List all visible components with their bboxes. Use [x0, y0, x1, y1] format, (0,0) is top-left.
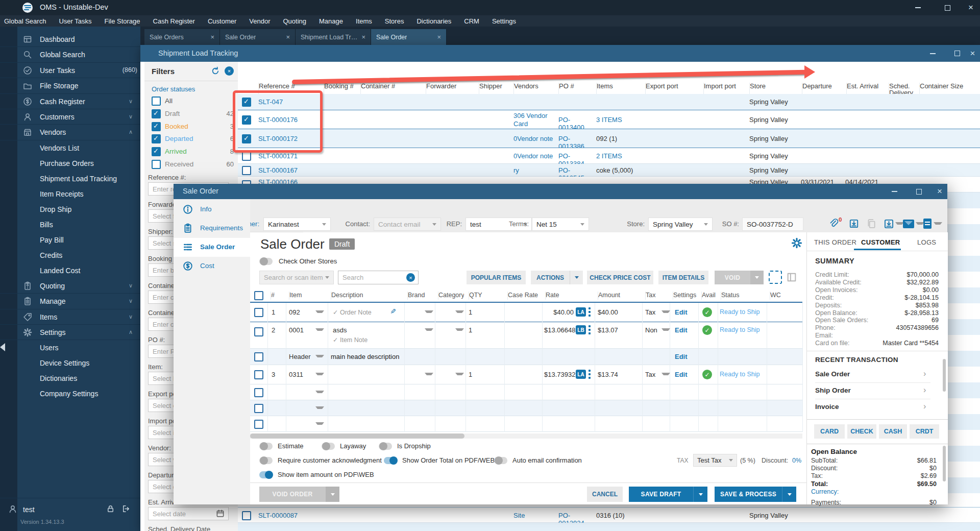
- check-other-stores-toggle[interactable]: [259, 258, 273, 265]
- recent-item-sale-order[interactable]: Sale Order: [815, 370, 892, 378]
- items-column-header-status[interactable]: Status: [721, 292, 765, 300]
- sidebar-item-pay-bill[interactable]: Pay Bill: [0, 232, 140, 248]
- kebab-menu-icon[interactable]: [588, 325, 591, 334]
- slt-minimize-button[interactable]: [921, 45, 944, 62]
- chevron-down-icon[interactable]: [315, 355, 324, 361]
- edit-link[interactable]: Edit: [675, 353, 695, 361]
- toolbar-button-popular-items[interactable]: POPULAR ITEMS: [467, 271, 526, 284]
- items-link[interactable]: 3 ITEMS: [596, 116, 643, 124]
- edit-link[interactable]: Edit: [675, 326, 695, 334]
- save-draft-button[interactable]: SAVE DRAFT: [629, 487, 693, 502]
- uom-badge[interactable]: LB: [576, 325, 586, 334]
- hscrollbar-thumb[interactable]: [250, 433, 464, 439]
- menubar-item-vendor[interactable]: Vendor: [249, 17, 270, 25]
- sidebar-item-vendors-list[interactable]: Vendors List: [0, 140, 140, 156]
- po-link[interactable]: PO-0012924: [558, 512, 594, 520]
- sidebar-collapse-arrow-icon[interactable]: [0, 343, 5, 351]
- column-header-shipper[interactable]: Shipper: [479, 83, 509, 94]
- tab-close-icon[interactable]: ×: [434, 33, 441, 41]
- sidebar-item-purchase-orders[interactable]: Purchase Orders: [0, 156, 140, 171]
- items-column-header-rate[interactable]: Rate: [545, 292, 593, 300]
- save-process-caret[interactable]: [782, 487, 796, 502]
- chevron-down-icon[interactable]: [315, 422, 324, 429]
- contact-combo[interactable]: Contact email: [374, 218, 441, 231]
- chevron-down-icon[interactable]: [455, 310, 464, 317]
- toolbar-button-caret[interactable]: [570, 271, 583, 284]
- pay-button-crdt[interactable]: CRDT: [910, 424, 939, 439]
- sidebar-item-company-settings[interactable]: Company Settings: [0, 386, 140, 401]
- status-filter-draft[interactable]: ✓Draft42: [152, 109, 236, 119]
- modal-maximize-button[interactable]: [908, 184, 930, 199]
- tab-shipment-load-trac--2[interactable]: Shipment Load Trac...×: [296, 29, 371, 45]
- tab-close-icon[interactable]: ×: [207, 33, 214, 41]
- export-document-icon[interactable]: [923, 219, 932, 229]
- sidebar-item-manage[interactable]: Manage∨: [0, 294, 140, 309]
- toolbar-button-check-price-cost[interactable]: CHECK PRICE COST: [587, 271, 653, 284]
- tab-sale-order-3[interactable]: Sale Order×: [371, 29, 447, 45]
- clear-search-icon[interactable]: ×: [406, 273, 415, 282]
- logout-icon[interactable]: [121, 504, 130, 515]
- chevron-right-icon[interactable]: ›: [923, 402, 930, 410]
- row-checkbox[interactable]: [242, 152, 251, 161]
- pay-button-card[interactable]: CARD: [814, 424, 845, 439]
- column-header-export-port[interactable]: Export port: [645, 83, 699, 94]
- toggle-estimate[interactable]: [259, 443, 273, 450]
- chevron-down-icon[interactable]: [455, 328, 464, 335]
- tab-sale-orders-0[interactable]: Sale Orders×: [144, 29, 220, 45]
- sidebar-item-settings[interactable]: Settings∧: [0, 325, 140, 340]
- attachments-icon[interactable]: [828, 219, 839, 229]
- row-checkbox[interactable]: [254, 388, 263, 397]
- lock-icon[interactable]: [106, 504, 115, 515]
- row-checkbox[interactable]: [254, 327, 263, 336]
- barcode-scan-icon[interactable]: [769, 271, 782, 284]
- chevron-down-icon[interactable]: [662, 328, 670, 335]
- items-column-header-tax[interactable]: Tax: [645, 292, 668, 300]
- pay-button-cash[interactable]: CASH: [879, 424, 907, 439]
- po-link[interactable]: PO-0012545: [558, 166, 594, 175]
- slt-reference-link[interactable]: SLT-0000167: [258, 166, 320, 175]
- chevron-down-icon[interactable]: [425, 310, 433, 317]
- modal-minimize-button[interactable]: [883, 184, 905, 199]
- sidebar-item-users[interactable]: Users: [0, 340, 140, 355]
- download-icon[interactable]: [849, 219, 859, 229]
- checkbox[interactable]: ✓: [152, 134, 161, 143]
- chevron-right-icon[interactable]: ›: [923, 369, 930, 377]
- chevron-down-icon[interactable]: [315, 391, 324, 397]
- checkbox[interactable]: ✓: [152, 147, 161, 156]
- recent-item-invoice[interactable]: Invoice: [815, 403, 892, 411]
- sidebar-item-items[interactable]: Items∨: [0, 309, 140, 325]
- tab-close-icon[interactable]: ×: [358, 33, 365, 41]
- column-header-forwarder[interactable]: Forwarder: [426, 83, 474, 94]
- modal-nav-requirements[interactable]: Requirements: [174, 219, 250, 238]
- panel-tab-this-order[interactable]: THIS ORDER: [814, 238, 856, 247]
- menubar-item-cash-register[interactable]: Cash Register: [153, 17, 195, 25]
- kebab-menu-icon[interactable]: [588, 307, 591, 317]
- vendor-link[interactable]: 306 Vendor Card: [513, 112, 554, 129]
- sidebar-item-device-settings[interactable]: Device Settings: [0, 355, 140, 371]
- sidebar-item-bills[interactable]: Bills: [0, 217, 140, 232]
- sidebar-item-dictionaries[interactable]: Dictionaries: [0, 371, 140, 386]
- chevron-down-icon[interactable]: [425, 328, 433, 335]
- toggle-is-dropship[interactable]: [379, 443, 392, 450]
- items-column-header-item[interactable]: Item: [289, 292, 326, 300]
- status-filter-booked[interactable]: ✓Booked3: [152, 122, 236, 132]
- modal-nav-info[interactable]: Info: [174, 200, 250, 219]
- save-draft-caret[interactable]: [693, 487, 707, 502]
- store-combo[interactable]: Spring Valley: [648, 218, 713, 231]
- cancel-button[interactable]: CANCEL: [587, 487, 623, 502]
- menubar-item-customer[interactable]: Customer: [208, 17, 236, 25]
- menubar-item-global-search[interactable]: Global Search: [4, 17, 46, 25]
- sidebar-item-item-receipts[interactable]: Item Receipts: [0, 186, 140, 202]
- sidebar-item-drop-ship[interactable]: Drop Ship: [0, 202, 140, 217]
- lock-icon[interactable]: [106, 504, 115, 515]
- panel-tab-logs[interactable]: LOGS: [917, 238, 936, 247]
- toggle-auto-email-confirmation[interactable]: [494, 457, 507, 464]
- sidebar-item-quoting[interactable]: Quoting∨: [0, 278, 140, 294]
- items-column-header-settings[interactable]: Settings: [673, 292, 697, 300]
- checkbox[interactable]: ✓: [152, 109, 161, 118]
- edit-note-pencil-icon[interactable]: ✎: [388, 307, 396, 316]
- vendor-link[interactable]: ry: [513, 166, 554, 177]
- sidebar-item-credits[interactable]: Credits: [0, 248, 140, 263]
- slt-reference-link[interactable]: SLT-0000087: [258, 512, 320, 520]
- balance-label[interactable]: Currency:: [811, 488, 872, 495]
